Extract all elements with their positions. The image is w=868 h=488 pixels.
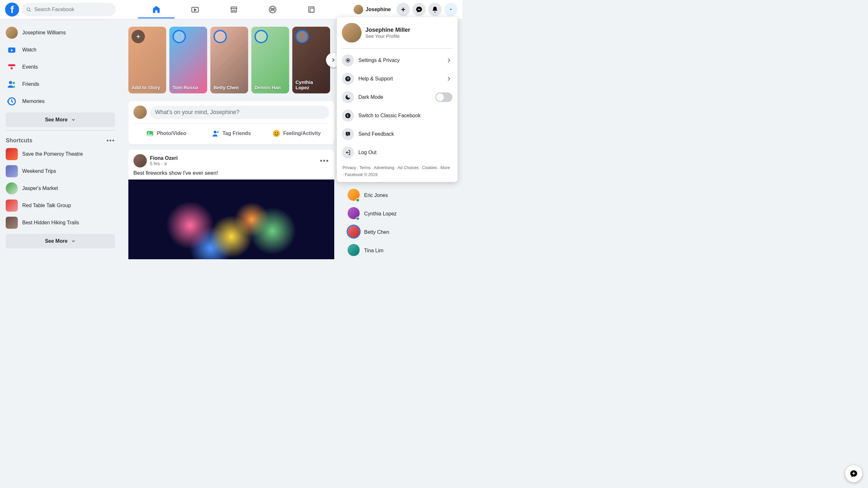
sidebar-item-events[interactable]: ★ Events: [3, 58, 118, 75]
story-card[interactable]: Dennis Han: [251, 27, 289, 93]
sidebar-item-memories[interactable]: Memories: [3, 93, 118, 110]
notifications-button[interactable]: [428, 3, 442, 16]
dropdown-classic[interactable]: Switch to Classic Facebook: [342, 106, 453, 125]
shortcut-item[interactable]: Best Hidden Hiking Trails: [3, 214, 118, 231]
post-card: Fiona Ozeri 5 hrs · ••• Best fireworks s…: [128, 150, 334, 259]
see-more-button[interactable]: See More: [6, 113, 115, 127]
sidebar-item-label: Memories: [22, 98, 44, 104]
tag-icon: [212, 129, 220, 138]
messenger-button[interactable]: [412, 3, 426, 16]
composer-photo-button[interactable]: Photo/Video: [133, 127, 198, 140]
svg-point-3: [270, 6, 276, 13]
dropdown-footer[interactable]: Privacy · Terms · Advertising · Ad Choic…: [342, 162, 453, 179]
composer-input[interactable]: What's on your mind, Josephine?: [150, 106, 329, 119]
sidebar-item-label: Josephine Williams: [22, 30, 66, 36]
story-create[interactable]: + Add to Story: [128, 27, 166, 93]
dropdown-help[interactable]: ? Help & Support: [342, 69, 453, 88]
svg-line-1: [30, 10, 31, 11]
nav-groups[interactable]: [254, 1, 291, 19]
header: f Josephine: [0, 0, 463, 19]
nav-marketplace[interactable]: [216, 1, 252, 19]
svg-point-23: [277, 132, 278, 133]
messenger-icon: [415, 6, 423, 13]
friends-icon: [6, 78, 18, 90]
chevron-right-icon: [445, 57, 453, 64]
avatar[interactable]: [133, 105, 147, 119]
avatar: [353, 5, 363, 14]
shortcut-item[interactable]: Red Table Talk Group: [3, 197, 118, 214]
svg-point-18: [148, 132, 150, 133]
feed: + Add to Story Tom Russo Betty Chen Denn…: [121, 19, 342, 259]
avatar: [342, 23, 362, 42]
svg-rect-6: [309, 7, 314, 12]
svg-text:★: ★: [10, 66, 14, 70]
logout-icon: [342, 147, 354, 158]
avatar: [348, 225, 360, 238]
dropdown-settings[interactable]: Settings & Privacy: [342, 51, 453, 69]
nav-watch[interactable]: [177, 1, 213, 19]
shortcut-thumb: [6, 217, 18, 229]
story-avatar: [254, 30, 268, 43]
profile-chip[interactable]: Josephine: [352, 3, 394, 16]
home-icon: [152, 5, 161, 14]
gear-icon: [342, 54, 354, 66]
sidebar-item-watch[interactable]: Watch: [3, 41, 118, 58]
shortcut-item[interactable]: Weekend Trips: [3, 163, 118, 180]
svg-point-21: [273, 130, 280, 137]
post-menu-button[interactable]: •••: [320, 157, 329, 165]
see-more-shortcuts-button[interactable]: See More: [6, 234, 115, 248]
dropdown-logout[interactable]: Log Out: [342, 143, 453, 162]
post-meta: 5 hrs ·: [150, 161, 178, 166]
contact-item[interactable]: Eric Jones: [344, 186, 460, 205]
search-icon: [26, 7, 31, 12]
account-dropdown: Josephine Miller See Your Profile Settin…: [337, 17, 458, 182]
story-card[interactable]: Cynthia Lopez: [292, 27, 330, 93]
dropdown-profile-link[interactable]: Josephine Miller See Your Profile: [342, 21, 453, 48]
divider: [342, 48, 453, 49]
composer-feeling-button[interactable]: Feeling/Activity: [264, 127, 329, 140]
memories-icon: [6, 95, 18, 108]
dropdown-darkmode[interactable]: Dark Mode: [342, 88, 453, 106]
events-icon: ★: [6, 61, 18, 73]
sidebar-item-label: Events: [22, 64, 38, 70]
dropdown-profile-name: Josephine Miller: [365, 27, 410, 33]
post-author[interactable]: Fiona Ozeri: [150, 155, 178, 161]
facebook-logo[interactable]: f: [5, 3, 19, 17]
search-bar[interactable]: [22, 3, 116, 16]
contact-item[interactable]: Tina Lim: [344, 241, 460, 259]
shortcut-item[interactable]: Save the Pomeroy Theatre: [3, 146, 118, 163]
left-sidebar: Josephine Williams Watch ★ Events Friend…: [0, 19, 121, 259]
svg-point-4: [271, 8, 273, 9]
nav-home[interactable]: [138, 1, 175, 19]
avatar: [348, 244, 360, 256]
search-input[interactable]: [34, 7, 111, 12]
sidebar-item-label: Watch: [22, 47, 36, 53]
shortcut-item[interactable]: Jasper's Market: [3, 180, 118, 197]
story-card[interactable]: Betty Chen: [210, 27, 248, 93]
create-button[interactable]: [397, 3, 410, 16]
post-avatar[interactable]: [133, 154, 147, 167]
gaming-icon: [307, 5, 315, 14]
sidebar-item-friends[interactable]: Friends: [3, 75, 118, 93]
groups-icon: [268, 5, 277, 14]
marketplace-icon: [229, 5, 238, 14]
svg-point-24: [164, 162, 165, 163]
nav-gaming[interactable]: [293, 1, 330, 19]
svg-text:?: ?: [347, 77, 349, 81]
sidebar-item-profile[interactable]: Josephine Williams: [3, 24, 118, 41]
contact-item[interactable]: Cynthia Lopez: [344, 205, 460, 223]
dropdown-feedback[interactable]: ! Send Feedback: [342, 125, 453, 143]
moon-icon: [342, 91, 354, 103]
composer-tag-button[interactable]: Tag Friends: [198, 127, 264, 140]
darkmode-toggle[interactable]: [435, 92, 453, 102]
chevron-right-icon: [330, 57, 337, 63]
svg-point-15: [13, 82, 15, 85]
story-avatar: [173, 30, 186, 43]
shortcuts-menu[interactable]: •••: [106, 137, 115, 144]
avatar: [6, 27, 18, 39]
story-card[interactable]: Tom Russo: [169, 27, 207, 93]
contact-item[interactable]: Betty Chen: [344, 223, 460, 241]
account-menu-button[interactable]: [444, 3, 458, 16]
post-image[interactable]: [128, 180, 334, 259]
svg-point-0: [27, 8, 30, 11]
